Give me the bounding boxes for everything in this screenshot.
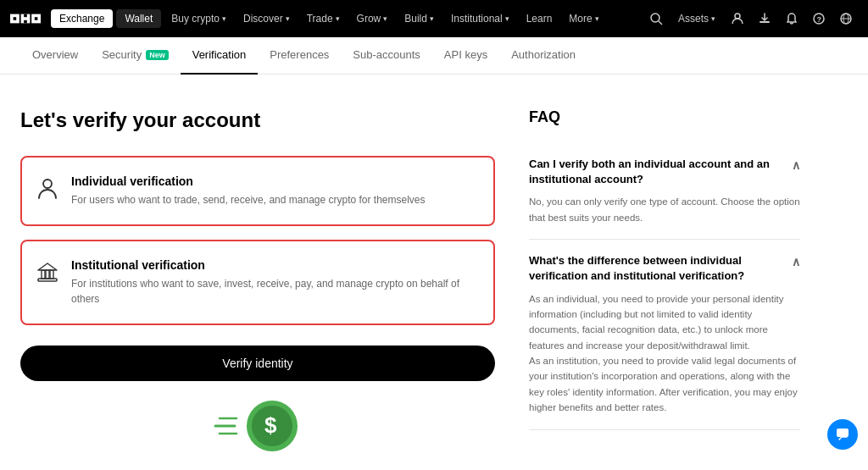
svg-rect-19 (46, 270, 49, 279)
chevron-up-icon: ∧ (792, 254, 800, 271)
person-icon (36, 176, 59, 206)
exchange-tab[interactable]: Exchange (51, 9, 113, 28)
individual-verification-card[interactable]: Individual verification For users who wa… (20, 156, 495, 226)
subnav-security[interactable]: Security New (90, 37, 180, 75)
svg-rect-18 (42, 270, 45, 279)
svg-rect-6 (35, 17, 38, 20)
chevron-down-icon: ▾ (222, 14, 226, 23)
globe-button[interactable] (834, 8, 858, 29)
subnav-overview[interactable]: Overview (20, 37, 90, 75)
faq-question-1: Can I verify both an individual account … (529, 157, 800, 187)
speed-coin-icon: $ (211, 395, 304, 458)
help-icon: ? (812, 12, 826, 25)
build-nav[interactable]: Build ▾ (398, 13, 441, 25)
faq-question-2: What's the difference between individual… (529, 253, 800, 284)
logo[interactable] (10, 11, 41, 26)
svg-rect-20 (50, 270, 53, 279)
institutional-card-title: Institutional verification (71, 258, 476, 272)
faq-item-1[interactable]: Can I verify both an individual account … (529, 143, 800, 240)
chat-icon (835, 427, 850, 442)
wallet-tab[interactable]: Wallet (116, 9, 161, 28)
svg-point-9 (735, 14, 740, 19)
main-content: Let's verify your account Individual ver… (0, 75, 868, 470)
svg-rect-10 (760, 21, 770, 23)
top-navigation: Exchange Wallet Buy crypto ▾ Discover ▾ … (0, 0, 868, 37)
user-icon (731, 12, 744, 25)
faq-item-2[interactable]: What's the difference between individual… (529, 240, 800, 430)
individual-card-desc: For users who want to trade, send, recei… (71, 192, 426, 207)
svg-text:?: ? (817, 15, 822, 24)
download-icon (758, 12, 771, 25)
faq-answer-2: As an individual, you need to provide yo… (529, 291, 800, 416)
help-button[interactable]: ? (807, 8, 831, 29)
chevron-down-icon: ▾ (430, 14, 434, 23)
individual-card-content: Individual verification For users who wa… (71, 174, 426, 207)
institutional-card-content: Institutional verification For instituti… (71, 258, 476, 307)
globe-icon (839, 12, 853, 25)
learn-nav[interactable]: Learn (520, 13, 559, 25)
svg-rect-1 (14, 17, 17, 20)
subnav-preferences[interactable]: Preferences (258, 37, 341, 75)
institutional-nav[interactable]: Institutional ▾ (444, 13, 516, 25)
verify-identity-button[interactable]: Verify identity (20, 346, 495, 381)
svg-rect-4 (24, 20, 27, 24)
subnav-sub-accounts[interactable]: Sub-accounts (341, 37, 432, 75)
chevron-down-icon: ▾ (336, 14, 340, 23)
chevron-down-icon: ▾ (711, 14, 715, 23)
grow-nav[interactable]: Grow ▾ (350, 13, 395, 25)
svg-line-8 (659, 21, 662, 25)
chevron-down-icon: ▾ (286, 14, 290, 23)
profile-button[interactable] (726, 8, 749, 29)
page-title: Let's verify your account (20, 108, 495, 132)
institutional-card-desc: For institutions who want to save, inves… (71, 276, 476, 307)
individual-card-title: Individual verification (71, 174, 426, 188)
chevron-up-icon: ∧ (792, 158, 800, 174)
chevron-down-icon: ▾ (383, 14, 387, 23)
svg-point-7 (651, 14, 659, 22)
faq-answer-1: No, you can only verify one type of acco… (529, 194, 800, 225)
assets-button[interactable]: Assets ▾ (671, 9, 722, 28)
institution-icon (36, 260, 59, 290)
chevron-down-icon: ▾ (505, 14, 509, 23)
download-button[interactable] (753, 8, 776, 29)
sub-navigation: Overview Security New Verification Prefe… (0, 37, 868, 75)
institutional-verification-card[interactable]: Institutional verification For instituti… (20, 240, 495, 325)
subnav-api-keys[interactable]: API keys (432, 37, 499, 75)
more-nav[interactable]: More ▾ (562, 13, 605, 25)
coin-illustration: $ (20, 395, 495, 458)
notification-button[interactable] (780, 8, 804, 29)
search-button[interactable] (644, 8, 668, 29)
svg-rect-3 (24, 14, 27, 18)
left-panel: Let's verify your account Individual ver… (20, 108, 495, 458)
svg-rect-27 (837, 429, 849, 437)
subnav-verification[interactable]: Verification (181, 37, 259, 75)
svg-text:$: $ (264, 412, 277, 438)
trade-nav[interactable]: Trade ▾ (300, 13, 347, 25)
chat-button[interactable] (827, 419, 858, 450)
discover-nav[interactable]: Discover ▾ (236, 13, 297, 25)
bell-icon (785, 12, 798, 25)
subnav-authorization[interactable]: Authorization (499, 37, 587, 75)
new-badge: New (146, 50, 169, 60)
search-icon (649, 12, 663, 25)
buy-crypto-nav[interactable]: Buy crypto ▾ (164, 13, 233, 25)
faq-title: FAQ (529, 108, 800, 126)
chevron-down-icon: ▾ (595, 14, 599, 23)
svg-point-16 (43, 180, 52, 188)
faq-panel: FAQ Can I verify both an individual acco… (529, 108, 800, 458)
